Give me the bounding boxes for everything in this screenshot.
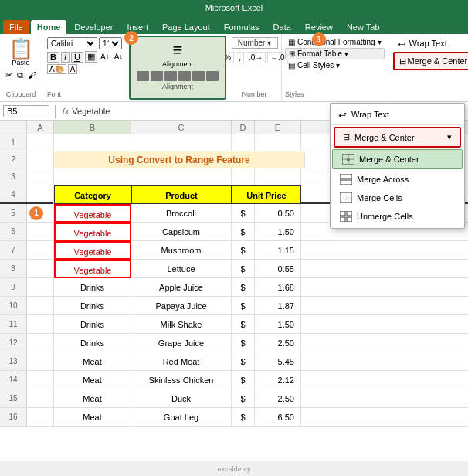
merge-center-header-option[interactable]: ⊟ Merge & Center ▾: [334, 127, 461, 148]
align-top-icon[interactable]: [178, 71, 191, 81]
copy-button[interactable]: ⧉: [15, 70, 25, 81]
font-family-select[interactable]: Calibri: [47, 37, 97, 49]
cell-d3[interactable]: [232, 168, 255, 185]
cell-d13[interactable]: $: [232, 352, 255, 371]
cell-b8[interactable]: Vegetable: [54, 260, 131, 278]
cell-b7[interactable]: Vegetable: [54, 241, 131, 260]
cell-a10[interactable]: [27, 297, 54, 315]
cell-c14[interactable]: Skinless Chicken: [131, 371, 232, 389]
cell-b13[interactable]: Meat: [54, 352, 131, 371]
cell-b2-merged[interactable]: Using Convert to Range Feature: [54, 151, 305, 168]
cell-c12[interactable]: Grape Juice: [131, 334, 232, 352]
cell-e15[interactable]: 2.50: [255, 389, 301, 408]
tab-developer[interactable]: Developer: [68, 20, 119, 34]
cell-d7[interactable]: $: [232, 241, 255, 260]
cell-e1[interactable]: [255, 134, 301, 151]
align-bottom-icon[interactable]: [206, 71, 219, 81]
unmerge-cells-option[interactable]: Unmerge Cells: [331, 207, 464, 226]
cell-e14[interactable]: 2.12: [255, 371, 301, 389]
merge-center-option[interactable]: ≡ Merge & Center: [332, 149, 463, 169]
font-size-inc[interactable]: A↑: [99, 53, 111, 61]
font-size-select[interactable]: 11: [99, 37, 122, 49]
cell-c4[interactable]: Product: [131, 185, 232, 204]
align-middle-icon[interactable]: [192, 71, 205, 81]
cell-b11[interactable]: Drinks: [54, 315, 131, 334]
highlight-color[interactable]: A🎨: [47, 64, 66, 74]
comma-button[interactable]: ,: [236, 52, 244, 63]
cell-e5[interactable]: 0.50: [255, 204, 301, 223]
cell-c1[interactable]: [131, 134, 232, 151]
cell-e9[interactable]: 1.68: [255, 278, 301, 297]
cell-d5[interactable]: $: [232, 204, 255, 223]
cell-d12[interactable]: $: [232, 334, 255, 352]
cell-c13[interactable]: Red Meat: [131, 352, 232, 371]
cell-d8[interactable]: $: [232, 260, 255, 278]
cell-c7[interactable]: Mushroom: [131, 241, 232, 260]
cell-a7[interactable]: [27, 241, 54, 260]
cell-d11[interactable]: $: [232, 315, 255, 334]
cell-a6[interactable]: [27, 223, 54, 241]
align-left-icon[interactable]: [137, 71, 149, 81]
cell-styles-button[interactable]: ▤Cell Styles▾: [285, 60, 385, 70]
cell-d14[interactable]: $: [232, 371, 255, 389]
cell-a13[interactable]: [27, 352, 54, 371]
format-painter-button[interactable]: 🖌: [26, 70, 38, 81]
cell-c16[interactable]: Goat Leg: [131, 408, 232, 427]
cell-a4[interactable]: [27, 185, 54, 204]
merge-across-option[interactable]: Merge Across: [331, 170, 464, 189]
cell-b14[interactable]: Meat: [54, 371, 131, 389]
cell-a14[interactable]: [27, 371, 54, 389]
cell-d16[interactable]: $: [232, 408, 255, 427]
cell-b15[interactable]: Meat: [54, 389, 131, 408]
cell-c10[interactable]: Papaya Juice: [131, 297, 232, 315]
tab-insert[interactable]: Insert: [120, 20, 154, 34]
cell-e16[interactable]: 6.50: [255, 408, 301, 427]
cut-button[interactable]: ✂: [4, 70, 14, 81]
cell-b1[interactable]: [54, 134, 131, 151]
tab-home[interactable]: Home: [31, 20, 67, 34]
cell-e10[interactable]: 1.87: [255, 297, 301, 315]
cell-a2[interactable]: [27, 151, 54, 168]
border-button[interactable]: ▦: [85, 51, 97, 63]
cell-e13[interactable]: 5.45: [255, 352, 301, 371]
format-table-button[interactable]: ⊞Format Table▾: [285, 48, 385, 60]
tab-file[interactable]: File: [3, 20, 29, 34]
tab-data[interactable]: Data: [267, 20, 297, 34]
cell-a15[interactable]: [27, 389, 54, 408]
cell-b5[interactable]: Vegetable: [54, 204, 131, 223]
cell-c11[interactable]: Milk Shake: [131, 315, 232, 334]
cell-a3[interactable]: [27, 168, 54, 185]
cell-a1[interactable]: [27, 134, 54, 151]
merge-cells-option[interactable]: Merge Cells: [331, 189, 464, 207]
cell-e3[interactable]: [255, 168, 301, 185]
cell-e6[interactable]: 1.50: [255, 223, 301, 241]
cell-b12[interactable]: Drinks: [54, 334, 131, 352]
align-right-icon[interactable]: [164, 71, 177, 81]
conditional-formatting-button[interactable]: ▦Conditional Formatting▾: [285, 37, 385, 47]
paste-button[interactable]: 📋 Paste: [5, 37, 36, 68]
tab-formulas[interactable]: Formulas: [218, 20, 266, 34]
align-center-icon[interactable]: [151, 71, 163, 81]
cell-b6[interactable]: Vegetable: [54, 223, 131, 241]
cell-a12[interactable]: [27, 334, 54, 352]
cell-c3[interactable]: [131, 168, 232, 185]
italic-button[interactable]: I: [61, 52, 70, 63]
cell-e12[interactable]: 2.50: [255, 334, 301, 352]
cell-c9[interactable]: Apple Juice: [131, 278, 232, 297]
cell-c5[interactable]: Broccoli: [131, 204, 232, 223]
cell-d4[interactable]: Unit Price: [232, 185, 301, 204]
cell-d15[interactable]: $: [232, 389, 255, 408]
cell-a16[interactable]: [27, 408, 54, 427]
wrap-text-option[interactable]: ⮐ Wrap Text: [331, 106, 464, 123]
cell-b16[interactable]: Meat: [54, 408, 131, 427]
cell-e7[interactable]: 1.15: [255, 241, 301, 260]
font-color[interactable]: A: [68, 64, 78, 74]
tab-pagelayout[interactable]: Page Layout: [156, 20, 216, 34]
name-box[interactable]: [3, 105, 49, 117]
cell-e8[interactable]: 0.55: [255, 260, 301, 278]
cell-c6[interactable]: Capsicum: [131, 223, 232, 241]
cell-b3[interactable]: [54, 168, 131, 185]
increase-decimal[interactable]: .0→: [246, 52, 266, 63]
bold-button[interactable]: B: [47, 52, 59, 63]
cell-d9[interactable]: $: [232, 278, 255, 297]
